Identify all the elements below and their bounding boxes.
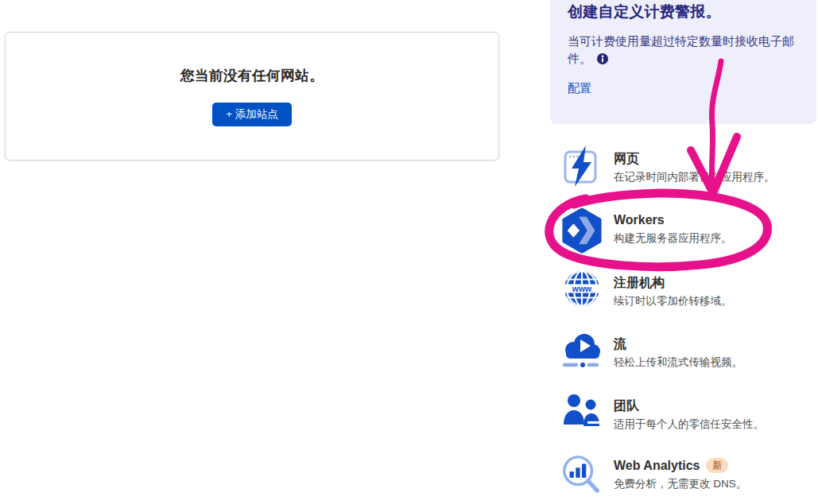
globe-www-label: www [572,284,592,293]
product-description: 构建无服务器应用程序。 [614,231,732,245]
configure-link[interactable]: 配置 [568,81,591,96]
product-description: 适用于每个人的零信任安全性。 [614,417,764,431]
add-site-button[interactable]: + 添加站点 [212,103,292,126]
billing-alert-title: 创建自定义计费警报。 [568,2,801,22]
product-row-web-analytics[interactable]: Web Analytics新 免费分析，无需更改 DNS。 [560,452,815,498]
product-title: Workers [614,212,732,227]
product-text-web-analytics: Web Analytics新 免费分析，无需更改 DNS。 [614,452,746,498]
pages-lightning-icon [560,145,603,187]
info-icon[interactable] [597,53,608,64]
product-text-teams: 团队 适用于每个人的零信任安全性。 [614,393,764,431]
product-row-registrar[interactable]: www 注册机构 续订时以零加价转移域。 [560,269,815,308]
product-description: 轻松上传和流式传输视频。 [614,355,742,369]
product-text-pages: 网页 在记录时间内部署前端应用程序。 [614,145,775,187]
product-text-stream: 流 轻松上传和流式传输视频。 [614,331,742,370]
product-title: 流 [614,336,742,351]
cloud-play-icon [560,331,603,370]
product-row-teams[interactable]: 团队 适用于每个人的零信任安全性。 [560,393,815,431]
billing-alert-description: 当可计费使用量超过特定数量时接收电子邮件。 [568,33,806,68]
product-row-pages[interactable]: 网页 在记录时间内部署前端应用程序。 [560,145,815,187]
billing-alert-panel: 创建自定义计费警报。 当可计费使用量超过特定数量时接收电子邮件。 配置 [550,0,816,124]
new-badge: 新 [706,458,728,473]
product-title-text: Web Analytics [614,459,700,472]
product-title: 注册机构 [614,275,732,290]
globe-www-icon: www [560,269,603,308]
product-title: 团队 [614,398,764,413]
empty-websites-message: 您当前没有任何网站。 [180,66,324,85]
product-description: 续订时以零加价转移域。 [614,294,732,308]
empty-websites-card: 您当前没有任何网站。 + 添加站点 [5,32,499,161]
product-description: 在记录时间内部署前端应用程序。 [614,170,775,184]
product-title: 网页 [614,151,775,166]
people-icon [560,393,603,431]
magnifier-chart-icon [560,452,603,498]
product-title: Web Analytics新 [614,458,746,473]
product-row-workers[interactable]: Workers 构建无服务器应用程序。 [560,207,815,254]
workers-cube-icon [560,207,603,254]
product-row-stream[interactable]: 流 轻松上传和流式传输视频。 [560,331,815,370]
product-description: 免费分析，无需更改 DNS。 [614,477,746,490]
product-text-registrar: 注册机构 续订时以零加价转移域。 [614,269,732,308]
product-text-workers: Workers 构建无服务器应用程序。 [614,207,732,254]
